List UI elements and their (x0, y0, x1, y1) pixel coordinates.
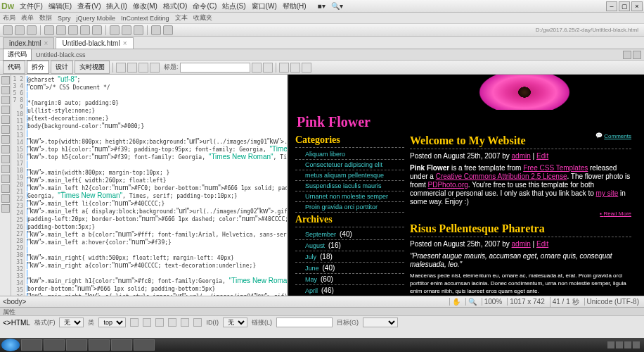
tool-icon[interactable] (252, 63, 262, 73)
format-select[interactable]: 无 (59, 318, 84, 327)
admin-link[interactable]: admin (512, 240, 531, 248)
code-tool-icon[interactable] (1, 184, 10, 193)
italic-icon[interactable] (143, 318, 151, 327)
menu-item[interactable]: 帮助(H) (283, 1, 307, 11)
window-size[interactable]: 1017 x 742 (507, 298, 547, 306)
list-icon[interactable] (155, 318, 164, 327)
system-tray[interactable] (607, 341, 643, 348)
tool-icon[interactable] (15, 25, 25, 35)
code-tool-icon[interactable] (1, 125, 10, 134)
tool-icon[interactable] (110, 25, 120, 35)
id-select[interactable]: 无 (223, 318, 247, 327)
code-tool-icon[interactable] (1, 106, 10, 114)
tool-icon[interactable] (116, 63, 126, 73)
minimize-button[interactable]: – (606, 1, 617, 11)
category-link[interactable]: Aliquam libero (295, 149, 404, 160)
tool-icon[interactable] (290, 63, 300, 73)
code-tool-icon[interactable] (1, 96, 10, 104)
menu-item[interactable]: 修改(M) (133, 1, 157, 11)
menu-item[interactable]: 插入(I) (106, 1, 127, 11)
tool-icon[interactable] (139, 63, 148, 73)
design-preview[interactable]: Pink Flower Categories Aliquam liberoCon… (288, 75, 644, 296)
tool-icon[interactable] (68, 25, 78, 35)
view-split-button[interactable]: 拆分 (27, 61, 49, 74)
hand-tool-icon[interactable]: ✋ (449, 298, 463, 306)
related-file[interactable]: Untitled-black.css (36, 51, 86, 58)
category-link[interactable]: metus aliquam pellentesque (295, 170, 404, 181)
code-text[interactable]: @charset "utf-8"; "com">/* CSS Document … (25, 75, 287, 296)
menu-layout[interactable]: ■▾ (318, 2, 326, 10)
maximize-button[interactable]: ▢ (619, 1, 630, 11)
toolbar-item[interactable]: 布局 (3, 13, 15, 23)
tool-icon[interactable] (263, 63, 273, 73)
panel-heading[interactable]: 属性 (0, 308, 644, 316)
tag-selector[interactable]: <body> (3, 298, 26, 306)
taskbar-item[interactable] (44, 339, 65, 351)
file-icon[interactable] (633, 51, 641, 59)
edit-link[interactable]: Edit (536, 240, 548, 248)
archive-link[interactable]: April (46) (295, 285, 404, 296)
tool-icon[interactable] (150, 63, 160, 73)
menu-item[interactable]: 查看(V) (77, 1, 101, 11)
body-link[interactable]: my site (596, 189, 619, 197)
tool-icon[interactable] (134, 25, 143, 35)
tool-icon[interactable] (163, 25, 173, 35)
toolbar-item[interactable]: InContext Editing (121, 15, 169, 22)
view-design-button[interactable]: 设计 (51, 61, 73, 74)
menu-item[interactable]: 命令(C) (193, 1, 217, 11)
tool-icon[interactable] (80, 25, 90, 35)
archive-link[interactable]: August (16) (295, 240, 404, 251)
code-tool-icon[interactable] (1, 86, 10, 94)
body-link[interactable]: PDPhoto.org (428, 181, 468, 189)
taskbar-item[interactable] (89, 339, 110, 351)
archive-link[interactable]: September (40) (295, 229, 404, 240)
close-button[interactable]: × (631, 1, 643, 11)
code-tool-icon[interactable] (1, 165, 10, 173)
archive-link[interactable]: June (40) (295, 263, 404, 274)
body-link[interactable]: Creative Commons Attribution 2.5 License (436, 172, 567, 180)
toolbar-item[interactable]: 收藏夹 (193, 13, 212, 23)
code-tool-icon[interactable] (1, 135, 10, 144)
category-link[interactable]: Suspendisse iaculis mauris (295, 181, 404, 191)
tool-icon[interactable] (3, 25, 13, 35)
category-link[interactable]: Proin gravida orci porttitor (295, 202, 404, 213)
tool-icon[interactable] (279, 63, 289, 73)
indent-icon[interactable] (193, 318, 202, 327)
taskbar-item[interactable] (66, 339, 87, 351)
toolbar-item[interactable]: jQuery Mobile (77, 15, 116, 22)
menu-item[interactable]: 站点(S) (222, 1, 245, 11)
tab-untitled[interactable]: Untitled-black.html× (56, 37, 133, 49)
toolbar-item[interactable]: Spry (58, 15, 71, 22)
code-tool-icon[interactable] (1, 145, 10, 153)
view-live-button[interactable]: 实时视图 (75, 61, 110, 74)
close-icon[interactable]: × (44, 39, 49, 47)
toolbar-item[interactable]: 数据 (39, 13, 52, 23)
view-code-button[interactable]: 代码 (3, 61, 25, 74)
zoom-tool-icon[interactable]: 🔍 (465, 298, 479, 306)
file-icon[interactable] (623, 51, 631, 59)
tray-icon[interactable] (633, 341, 640, 348)
code-editor[interactable]: 1 2 3 4 5 6 7 8 9 10 11 12 13 14 15 16 1… (11, 75, 288, 296)
tray-icon[interactable] (624, 341, 631, 348)
tray-icon[interactable] (616, 341, 623, 348)
menu-item[interactable]: 格式(O) (163, 1, 187, 11)
zoom-level[interactable]: 100% (482, 298, 505, 306)
html-mode-icon[interactable]: <>HTML (3, 319, 30, 327)
bold-icon[interactable] (130, 318, 139, 327)
taskbar-item[interactable] (134, 339, 155, 351)
tool-icon[interactable] (92, 25, 102, 35)
tool-icon[interactable] (127, 63, 137, 73)
close-icon[interactable]: × (123, 39, 127, 47)
category-link[interactable]: Urnanet non molestie semper (295, 191, 404, 202)
toolbar-item[interactable]: 表单 (21, 13, 34, 23)
comments-link[interactable]: Comments (595, 133, 631, 139)
tool-icon[interactable] (27, 25, 37, 35)
edit-link[interactable]: Edit (536, 152, 548, 160)
menu-search-icon[interactable]: 🔍▾ (331, 2, 343, 10)
tool-icon[interactable] (302, 63, 311, 73)
archive-link[interactable]: May (60) (295, 274, 404, 285)
target-select[interactable] (363, 318, 398, 327)
code-tool-icon[interactable] (1, 194, 10, 203)
taskbar-item[interactable] (21, 339, 42, 351)
category-link[interactable]: Consectetuer adipiscing elit (295, 160, 404, 170)
